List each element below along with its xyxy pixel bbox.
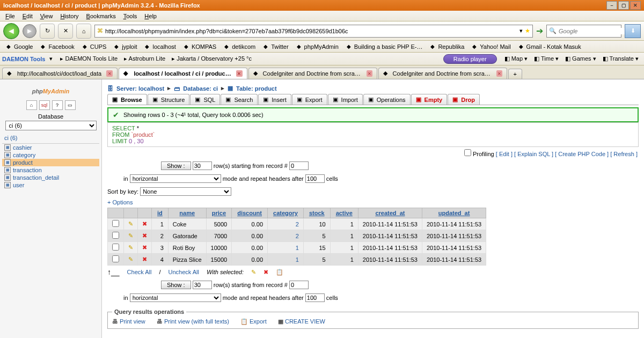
col-name[interactable]: name bbox=[168, 208, 206, 218]
create-view-link[interactable]: CREATE VIEW bbox=[285, 318, 325, 325]
col-stock[interactable]: stock bbox=[303, 208, 330, 218]
toolbar-right-item[interactable]: ◧ Map ▾ bbox=[501, 55, 531, 62]
stop-button[interactable]: ✕ bbox=[58, 24, 73, 39]
create-php-link[interactable]: Create PHP Code bbox=[558, 151, 605, 157]
sidebar-table-user[interactable]: ▦user bbox=[2, 181, 99, 189]
search-engine-icon[interactable]: 🔍 bbox=[549, 27, 557, 34]
close-button[interactable]: ✕ bbox=[630, 1, 641, 10]
current-db-link[interactable]: ci (6) bbox=[2, 130, 99, 142]
col-created_at[interactable]: created_at bbox=[358, 208, 422, 218]
delete-row-icon[interactable]: ✖ bbox=[142, 244, 147, 251]
back-button[interactable]: ◄ bbox=[3, 23, 19, 39]
breadcrumb-table[interactable]: Table: product bbox=[236, 85, 277, 92]
pma-tab-search[interactable]: ▣Search bbox=[221, 94, 258, 105]
maximize-button[interactable]: ▢ bbox=[618, 1, 629, 10]
browser-tab[interactable]: ◆http://localhost/ci/doct/load_data✕ bbox=[2, 68, 118, 79]
col-category[interactable]: category bbox=[268, 208, 304, 218]
bookmark-item[interactable]: ◆Twitter bbox=[259, 42, 291, 51]
bookmark-item[interactable]: ◆Building a basic PHP E-… bbox=[342, 42, 426, 51]
row-checkbox[interactable] bbox=[112, 220, 119, 227]
tab-close-icon[interactable]: ✕ bbox=[496, 70, 502, 77]
edit-row-icon[interactable]: ✎ bbox=[128, 232, 133, 239]
export-selected-icon[interactable]: 📋 bbox=[276, 269, 283, 276]
menu-edit[interactable]: Edit bbox=[19, 12, 36, 20]
col-id[interactable]: id bbox=[152, 208, 169, 218]
col-updated_at[interactable]: updated_at bbox=[422, 208, 486, 218]
dropdown-icon[interactable]: ▾ bbox=[519, 27, 523, 34]
browser-tab[interactable]: ◆CodeIgniter and Doctrine from scratch …… bbox=[248, 68, 377, 79]
menu-tools[interactable]: Tools bbox=[120, 12, 141, 20]
toolbar-right-item[interactable]: ◧ Games ▾ bbox=[562, 55, 599, 62]
downloads-button[interactable]: ⬇ bbox=[625, 24, 641, 38]
col-price[interactable]: price bbox=[206, 208, 232, 218]
pma-tab-drop[interactable]: ▣Drop bbox=[448, 94, 480, 105]
edit-link[interactable]: Edit bbox=[499, 151, 509, 157]
sidebar-table-cashier[interactable]: ▦cashier bbox=[2, 144, 99, 151]
row-checkbox[interactable] bbox=[112, 232, 119, 239]
bookmark-star-icon[interactable]: ★ bbox=[525, 27, 530, 34]
repeat-headers-input-bottom[interactable] bbox=[305, 293, 325, 302]
check-all-link[interactable]: Check All bbox=[127, 269, 152, 275]
menu-help[interactable]: Help bbox=[141, 12, 160, 20]
options-toggle[interactable]: + Options bbox=[107, 199, 639, 205]
go-button[interactable]: ➔ bbox=[536, 26, 543, 36]
sort-key-select[interactable]: None bbox=[140, 187, 231, 196]
docs-icon[interactable]: ? bbox=[52, 100, 63, 110]
row-checkbox[interactable] bbox=[112, 255, 119, 262]
repeat-headers-input[interactable] bbox=[305, 174, 325, 183]
start-record-input-bottom[interactable] bbox=[289, 281, 309, 289]
pma-tab-empty[interactable]: ▣Empty bbox=[411, 94, 448, 105]
bookmark-item[interactable]: ◆KOMPAS bbox=[180, 42, 219, 51]
database-select[interactable]: ci (6) bbox=[5, 121, 97, 130]
pma-tab-sql[interactable]: ▣SQL bbox=[190, 94, 220, 105]
pma-tab-structure[interactable]: ▣Structure bbox=[148, 94, 190, 105]
edit-row-icon[interactable]: ✎ bbox=[128, 244, 133, 251]
bookmark-item[interactable]: ◆CUPS bbox=[78, 42, 109, 51]
bookmark-item[interactable]: ◆phpMyAdmin bbox=[292, 42, 341, 51]
start-record-input[interactable] bbox=[289, 161, 309, 170]
pma-tab-insert[interactable]: ▣Insert bbox=[258, 94, 291, 105]
sidebar-table-transaction_detail[interactable]: ▦transaction_detail bbox=[2, 174, 99, 181]
pma-tab-operations[interactable]: ▣Operations bbox=[363, 94, 411, 105]
menu-history[interactable]: History bbox=[57, 12, 82, 20]
mode-select[interactable]: horizontal bbox=[130, 174, 221, 183]
menu-file[interactable]: File bbox=[2, 12, 18, 20]
toolbar-item[interactable]: ▸ Jakarta / Observatory +25 °c bbox=[169, 55, 255, 62]
toolbar-right-item[interactable]: ◧ Translate ▾ bbox=[599, 55, 642, 62]
bookmark-item[interactable]: ◆jyploit bbox=[110, 42, 140, 51]
row-checkbox[interactable] bbox=[112, 244, 119, 251]
bookmark-item[interactable]: ◆Republika bbox=[426, 42, 467, 51]
explain-sql-link[interactable]: Explain SQL bbox=[517, 151, 550, 157]
rows-input-bottom[interactable] bbox=[193, 281, 212, 289]
export-link[interactable]: Export bbox=[250, 318, 267, 325]
delete-row-icon[interactable]: ✖ bbox=[142, 256, 147, 262]
query-window-icon[interactable]: ▭ bbox=[65, 100, 76, 110]
mode-select-bottom[interactable]: horizontal bbox=[130, 293, 221, 302]
toolbar-item[interactable]: ▸ Astroburn Lite bbox=[121, 55, 169, 62]
reload-button[interactable]: ↻ bbox=[40, 24, 55, 39]
toolbar-right-item[interactable]: ◧ Time ▾ bbox=[531, 55, 562, 62]
tab-close-icon[interactable]: ✕ bbox=[236, 70, 243, 77]
bookmark-item[interactable]: ◆localhost bbox=[141, 42, 178, 51]
daemon-tools-label[interactable]: DAEMON Tools bbox=[2, 56, 45, 62]
bookmark-item[interactable]: ◆Facebook bbox=[36, 42, 77, 51]
radio-player-button[interactable]: Radio player bbox=[443, 54, 497, 64]
delete-row-icon[interactable]: ✖ bbox=[142, 232, 147, 239]
menu-view[interactable]: View bbox=[37, 12, 56, 20]
pma-tab-browse[interactable]: ▣Browse bbox=[107, 94, 147, 105]
pma-tab-import[interactable]: ▣Import bbox=[328, 94, 363, 105]
profiling-checkbox[interactable]: Profiling bbox=[464, 151, 494, 157]
show-button-bottom[interactable]: Show : bbox=[161, 281, 191, 289]
breadcrumb-server[interactable]: Server: localhost bbox=[116, 85, 164, 92]
print-view-full-link[interactable]: Print view (with full texts) bbox=[164, 318, 229, 325]
minimize-button[interactable]: – bbox=[606, 1, 617, 10]
sidebar-table-transaction[interactable]: ▦transaction bbox=[2, 166, 99, 174]
pma-tab-export[interactable]: ▣Export bbox=[292, 94, 327, 105]
search-box[interactable]: 🔍 bbox=[546, 25, 621, 38]
search-input[interactable] bbox=[559, 28, 633, 34]
browser-tab[interactable]: ◆CodeIgniter and Doctrine from scratch …… bbox=[378, 68, 507, 79]
show-button[interactable]: Show : bbox=[161, 161, 191, 170]
sql-icon[interactable]: sql bbox=[39, 100, 50, 110]
home-button[interactable]: ⌂ bbox=[76, 24, 91, 39]
bookmark-item[interactable]: ◆Google bbox=[2, 42, 35, 51]
